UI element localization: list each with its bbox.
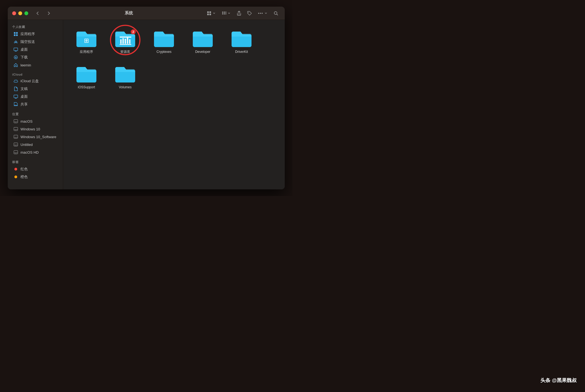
sidebar-item-label: Windows 10: [20, 127, 40, 131]
airdrop-icon: [13, 39, 18, 44]
svg-rect-0: [207, 11, 209, 13]
disk-icon-5: [13, 150, 18, 155]
sidebar-item-label: Untitled: [20, 143, 33, 147]
section-title-favorites: 个人收藏: [8, 23, 63, 30]
sidebar-section-icloud: iCloud iCloud 云盘: [8, 71, 63, 108]
home-icon: [13, 63, 18, 68]
sidebar-item-label: leemin: [20, 63, 31, 67]
folder-item-volumes[interactable]: Volumes: [109, 62, 142, 92]
svg-point-27: [16, 145, 16, 146]
sidebar-item-windows10-software[interactable]: Windows 10_Software: [9, 133, 62, 141]
search-button[interactable]: [271, 9, 280, 18]
sidebar-item-desktop[interactable]: 桌面: [9, 46, 62, 53]
cloud-icon: [13, 79, 18, 84]
sidebar-item-label: 桌面: [20, 47, 28, 52]
sidebar-section-favorites: 个人收藏 应用程序: [8, 23, 63, 69]
sidebar-item-untitled[interactable]: Untitled: [9, 141, 62, 148]
folder-item-cryptexes[interactable]: Cryptexes: [147, 27, 181, 56]
titlebar: 系统: [8, 7, 285, 20]
sidebar-item-red-tag[interactable]: 红色: [9, 165, 62, 173]
svg-rect-8: [225, 12, 226, 13]
folder-item-driverkit[interactable]: DriverKit: [225, 27, 258, 56]
finder-window: 系统: [8, 7, 285, 189]
sidebar-item-label: 桌面: [20, 94, 28, 99]
view-list-button[interactable]: [220, 9, 233, 18]
folder-item-applications[interactable]: ⊞ 应用程序: [70, 27, 103, 56]
sidebar-item-documents[interactable]: 文稿: [9, 85, 62, 93]
sidebar-item-windows10[interactable]: Windows 10: [9, 125, 62, 133]
back-button[interactable]: [34, 9, 42, 17]
sidebar-item-label: 隔空投送: [20, 39, 35, 44]
folder-item-iossupport[interactable]: iOSSupport: [70, 62, 103, 92]
folder-icon-volumes: [114, 64, 136, 83]
svg-rect-4: [222, 12, 223, 13]
folder-item-developer[interactable]: Developer: [186, 27, 219, 56]
svg-rect-3: [209, 14, 211, 15]
sidebar-item-label: Windows 10_Software: [20, 135, 56, 139]
sidebar-item-label: 红色: [20, 167, 28, 172]
svg-rect-13: [16, 32, 18, 34]
folder-label: Volumes: [119, 85, 132, 90]
svg-rect-9: [225, 13, 226, 14]
section-title-icloud: iCloud: [8, 71, 63, 77]
svg-rect-2: [207, 14, 209, 15]
svg-rect-33: [120, 39, 122, 44]
downloads-icon: [13, 55, 18, 60]
desktop-icon: [13, 47, 18, 52]
sidebar-item-shared[interactable]: 共享: [9, 100, 62, 108]
folder-item-library[interactable]: 2 资源库: [109, 27, 142, 56]
folder-label: 应用程序: [80, 50, 93, 54]
toolbar-right: •••: [205, 9, 280, 18]
desktop2-icon: [13, 94, 18, 99]
forward-button[interactable]: [45, 9, 53, 17]
close-button[interactable]: [12, 11, 16, 15]
folder-badge: 2: [131, 29, 136, 34]
sidebar-item-applications[interactable]: 应用程序: [9, 30, 62, 38]
sidebar-item-icloud-drive[interactable]: iCloud 云盘: [9, 77, 62, 85]
svg-point-10: [248, 12, 249, 12]
sidebar-item-downloads[interactable]: 下载: [9, 53, 62, 61]
folder-icon-iossupport: [75, 64, 98, 83]
svg-rect-34: [122, 38, 124, 44]
svg-rect-35: [125, 39, 126, 44]
svg-rect-12: [14, 32, 16, 34]
sidebar-item-macos[interactable]: macOS: [9, 117, 62, 125]
disk-icon-3: [13, 134, 18, 139]
minimize-button[interactable]: [18, 11, 22, 15]
sidebar-item-label: iCloud 云盘: [20, 79, 39, 84]
folder-label: DriverKit: [235, 50, 248, 54]
sidebar-item-desktop2[interactable]: 桌面: [9, 93, 62, 100]
doc-icon: [13, 86, 18, 91]
folder-icon-cryptexes: [153, 29, 175, 48]
svg-rect-1: [209, 11, 211, 13]
window-title: 系统: [56, 11, 201, 16]
section-title-locations: 位置: [8, 110, 63, 117]
sidebar-item-orange-tag[interactable]: 橙色: [9, 173, 62, 181]
more-button[interactable]: •••: [256, 9, 270, 18]
view-grid-button[interactable]: [205, 9, 218, 18]
svg-point-29: [16, 153, 16, 154]
sidebar-item-label: 文稿: [20, 86, 28, 91]
share-button[interactable]: [235, 9, 243, 18]
shared-icon: [13, 102, 18, 107]
traffic-lights: [12, 11, 28, 15]
sidebar-item-label: 应用程序: [20, 32, 35, 37]
main-content: ⊞ 应用程序: [63, 20, 285, 189]
sidebar-item-leemin[interactable]: leemin: [9, 61, 62, 69]
folder-label: iOSSupport: [78, 85, 95, 90]
folder-label: Developer: [195, 50, 211, 54]
svg-rect-17: [14, 48, 18, 51]
sidebar-item-airdrop[interactable]: 隔空投送: [9, 38, 62, 46]
section-title-tags: 标签: [8, 158, 63, 165]
maximize-button[interactable]: [24, 11, 28, 15]
svg-rect-6: [222, 13, 223, 14]
svg-rect-37: [129, 39, 130, 44]
sidebar-item-label: 下载: [20, 55, 28, 60]
tag-button[interactable]: [245, 9, 254, 18]
sidebar-section-tags: 标签 红色 橙色: [8, 158, 63, 181]
sidebar-item-macos-hd[interactable]: macOS HD: [9, 148, 62, 156]
svg-rect-36: [127, 38, 128, 44]
red-dot-icon: [13, 167, 18, 172]
disk-icon-2: [13, 127, 18, 131]
sidebar-section-locations: 位置 macOS: [8, 110, 63, 156]
